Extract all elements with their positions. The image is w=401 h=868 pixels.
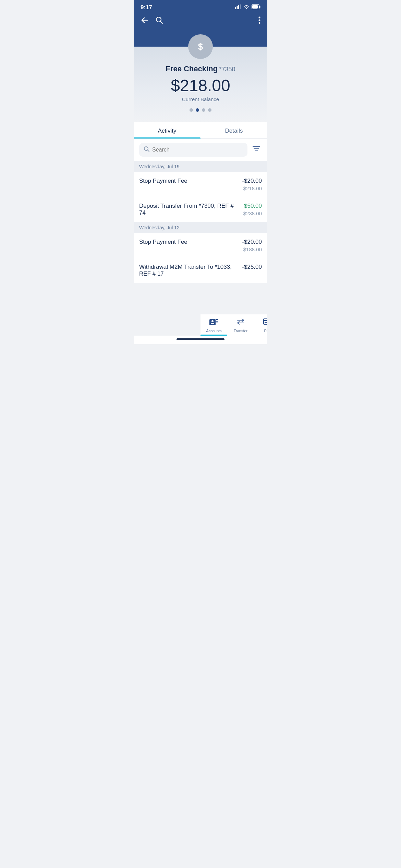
home-bar — [177, 338, 224, 340]
svg-point-10 — [259, 22, 260, 24]
svg-rect-24 — [265, 322, 267, 323]
transaction-stop-fee-jul12[interactable]: Stop Payment Fee -$20.00 $188.00 — [134, 233, 267, 258]
transfer-label: Transfer — [234, 329, 248, 333]
svg-rect-3 — [240, 4, 241, 9]
transaction-amount: -$25.00 — [242, 264, 262, 270]
pay-icon — [263, 318, 267, 327]
svg-rect-5 — [259, 6, 260, 8]
svg-point-12 — [144, 147, 148, 150]
svg-point-8 — [259, 17, 260, 19]
status-bar: 9:17 — [134, 0, 267, 14]
account-balance-label: Current Balance — [141, 96, 260, 102]
transaction-name: Stop Payment Fee — [139, 178, 242, 184]
search-input[interactable] — [152, 147, 243, 153]
search-icon — [144, 146, 149, 153]
account-avatar: $ — [188, 34, 213, 59]
search-box — [139, 143, 247, 157]
battery-icon — [252, 4, 260, 11]
transaction-amount: -$20.00 — [242, 178, 262, 184]
nav-transfer[interactable]: Transfer — [230, 318, 251, 333]
transaction-balance: $238.00 — [243, 210, 262, 216]
transaction-amount: -$20.00 — [242, 239, 262, 245]
bottom-nav: Accounts Transfer Pay D — [200, 314, 267, 336]
transaction-balance: $188.00 — [242, 246, 262, 252]
svg-text:$: $ — [198, 41, 203, 52]
transaction-balance: $218.00 — [242, 185, 262, 191]
status-time: 9:17 — [141, 4, 152, 11]
pay-label: Pay — [264, 329, 267, 333]
tab-activity[interactable]: Activity — [134, 122, 200, 138]
page-dot-2[interactable] — [196, 108, 199, 112]
svg-rect-1 — [237, 6, 238, 9]
section-header-jul12: Wednesday, Jul 12 — [134, 222, 267, 233]
transaction-withdrawal-m2m[interactable]: Withdrawal M2M Transfer To *1033; REF # … — [134, 258, 267, 283]
nav-pay[interactable]: Pay — [257, 318, 267, 333]
back-button[interactable] — [141, 17, 149, 26]
svg-point-17 — [211, 320, 214, 322]
svg-point-9 — [259, 20, 260, 21]
header-left — [141, 16, 163, 26]
transaction-deposit-transfer[interactable]: Deposit Transfer From *7300; REF # 74 $5… — [134, 197, 267, 222]
wifi-icon — [243, 4, 250, 11]
transaction-name: Withdrawal M2M Transfer To *1033; REF # … — [139, 264, 242, 277]
filter-button[interactable] — [251, 144, 262, 156]
transaction-name: Stop Payment Fee — [139, 239, 242, 245]
more-menu-button[interactable] — [258, 16, 260, 26]
accounts-icon — [209, 318, 218, 327]
transaction-amount: $50.00 — [243, 203, 262, 209]
transaction-stop-fee-jul19[interactable]: Stop Payment Fee -$20.00 $218.00 — [134, 172, 267, 197]
nav-accounts[interactable]: Accounts — [204, 318, 224, 333]
transaction-amounts: -$20.00 $218.00 — [242, 178, 262, 191]
section-header-jul19: Wednesday, Jul 19 — [134, 161, 267, 172]
account-number: *7350 — [219, 66, 235, 73]
account-balance: $218.00 — [141, 76, 260, 95]
svg-rect-6 — [252, 5, 258, 9]
account-title: Free Checking *7350 — [141, 64, 260, 73]
search-container — [134, 139, 267, 161]
svg-rect-18 — [211, 323, 214, 324]
tabs: Activity Details — [134, 122, 267, 139]
page-dots — [141, 108, 260, 112]
tab-details[interactable]: Details — [200, 122, 267, 138]
account-name: Free Checking — [166, 64, 218, 73]
signal-icon — [235, 4, 241, 11]
transaction-amounts: $50.00 $238.00 — [243, 203, 262, 216]
page-dot-1[interactable] — [190, 108, 193, 112]
account-hero: $ Free Checking *7350 $218.00 Current Ba… — [134, 47, 267, 122]
svg-rect-0 — [235, 7, 236, 9]
transfer-icon — [236, 318, 245, 327]
nav-active-indicator — [200, 335, 227, 336]
transaction-name: Deposit Transfer From *7300; REF # 74 — [139, 203, 243, 216]
transaction-amounts: -$25.00 — [242, 264, 262, 270]
svg-rect-22 — [264, 319, 267, 324]
home-indicator — [134, 336, 267, 344]
accounts-label: Accounts — [206, 329, 221, 333]
page-dot-4[interactable] — [208, 108, 211, 112]
svg-rect-2 — [238, 5, 239, 9]
status-icons — [235, 4, 260, 11]
page-dot-3[interactable] — [202, 108, 205, 112]
transaction-amounts: -$20.00 $188.00 — [242, 239, 262, 252]
search-button[interactable] — [156, 16, 163, 26]
